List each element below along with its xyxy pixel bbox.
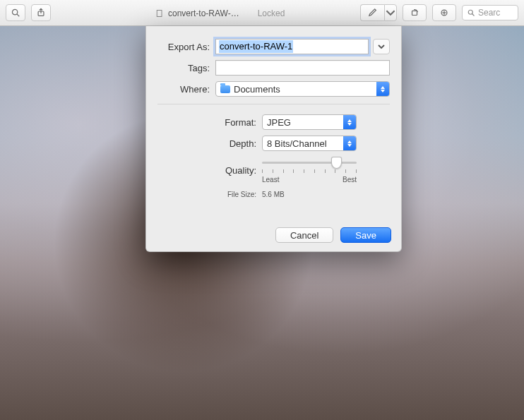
search-field[interactable]: Searc <box>462 5 518 20</box>
slider-knob[interactable] <box>331 157 342 169</box>
stepper-icon <box>343 115 356 129</box>
filesize-value: 5.6 MB <box>262 191 285 198</box>
depth-popup[interactable]: 8 Bits/Channel <box>262 136 357 151</box>
search-icon <box>467 8 475 17</box>
export-as-label: Export As: <box>157 42 210 52</box>
depth-label: Depth: <box>157 138 256 149</box>
slider-ticks <box>262 169 357 174</box>
rotate-button[interactable] <box>403 4 427 21</box>
tags-field[interactable] <box>215 60 390 76</box>
export-as-value: convert-to-RAW-1 <box>219 40 293 53</box>
rotate-icon <box>410 8 419 18</box>
markup-group <box>360 4 397 21</box>
highlight-button[interactable] <box>432 4 456 21</box>
quality-slider[interactable] <box>262 158 357 168</box>
pencil-icon <box>368 8 378 18</box>
markup-menu-button[interactable] <box>384 4 397 21</box>
title-fragment: convert-to-RAW-… <box>168 8 239 18</box>
save-button[interactable]: Save <box>340 227 391 243</box>
cancel-button-label: Cancel <box>290 230 318 241</box>
where-value: Documents <box>234 84 376 95</box>
stepper-icon <box>376 82 389 96</box>
quality-slider-wrap: Least Best <box>262 157 390 184</box>
svg-point-7 <box>468 10 472 14</box>
markup-button[interactable] <box>360 4 384 21</box>
svg-line-8 <box>472 14 475 16</box>
document-icon <box>155 9 164 18</box>
marker-icon <box>439 8 449 18</box>
divider <box>157 104 390 104</box>
chevron-down-icon <box>378 43 385 50</box>
export-dialog: Export As: convert-to-RAW-1 Tags: Where:… <box>145 26 402 252</box>
search-placeholder: Searc <box>478 8 500 18</box>
toolbar: Searc convert-to-RAW-… Locked <box>0 0 524 26</box>
locked-indicator: Locked <box>258 8 285 18</box>
export-as-field[interactable]: convert-to-RAW-1 <box>215 39 369 54</box>
depth-value: 8 Bits/Channel <box>267 138 343 149</box>
format-label: Format: <box>157 117 256 128</box>
cancel-button[interactable]: Cancel <box>275 227 333 243</box>
where-popup[interactable]: Documents <box>215 81 390 97</box>
share-button[interactable] <box>31 4 51 21</box>
where-label: Where: <box>157 84 210 95</box>
format-popup[interactable]: JPEG <box>262 114 357 130</box>
quality-label: Quality: <box>157 165 256 176</box>
zoom-button[interactable] <box>6 4 25 21</box>
share-icon <box>36 8 46 18</box>
svg-rect-9 <box>157 10 162 16</box>
save-button-label: Save <box>355 230 376 241</box>
quality-least-label: Least <box>262 176 279 184</box>
stepper-icon <box>343 136 356 150</box>
svg-line-1 <box>17 14 19 16</box>
magnifier-icon <box>11 8 20 18</box>
expand-save-panel-button[interactable] <box>373 39 390 54</box>
tags-label: Tags: <box>157 63 210 73</box>
folder-icon <box>220 85 230 93</box>
slider-labels: Least Best <box>262 176 357 184</box>
window-title-area: convert-to-RAW-… Locked <box>155 0 291 26</box>
filesize-label: File Size: <box>157 191 256 198</box>
chevron-down-icon <box>386 8 395 18</box>
svg-rect-3 <box>412 11 417 15</box>
format-value: JPEG <box>267 117 343 128</box>
svg-point-0 <box>12 9 17 14</box>
quality-best-label: Best <box>343 176 357 184</box>
